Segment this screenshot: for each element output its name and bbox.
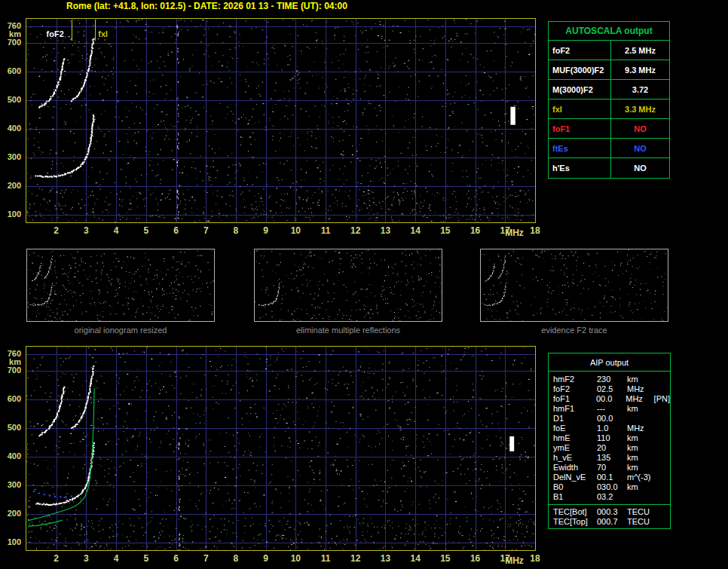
aip-param: foF2 <box>553 384 597 394</box>
aip-value: 000.7 <box>597 517 627 527</box>
y-axis-tick-label: 600 <box>2 394 21 403</box>
aip-row: hmF2230km <box>553 375 670 384</box>
annotation-label-foF2: foF2 <box>47 29 64 38</box>
aip-param: D1 <box>553 414 597 424</box>
aip-value: --- <box>597 404 627 414</box>
autoscala-output-table: AUTOSCALA output foF22.5 MHzMUF(3000)F29… <box>548 21 670 179</box>
thumbnail-original-canvas <box>27 249 214 321</box>
aip-param: hmE <box>553 433 597 443</box>
x-axis-tick-label: 2 <box>48 553 65 564</box>
autoscala-row: foF1NO <box>549 119 669 139</box>
aip-value: 000.3 <box>597 507 627 517</box>
autoscala-value: 9.3 MHz <box>611 60 669 79</box>
aip-output-table: AIP output hmF2230kmfoF202.5MHzfoF100.0M… <box>548 353 671 529</box>
x-axis-unit-label: MHz <box>505 228 522 238</box>
aip-row: DelN_vE00.1m^(-3) <box>553 473 670 482</box>
aip-row: B103.2 <box>553 492 670 502</box>
x-axis-tick-label: 7 <box>197 553 214 564</box>
aip-tec-rows: TEC[Bot]000.3TECUTEC[Top]000.7TECU <box>549 504 670 527</box>
autoscala-row: fxl3.3 MHz <box>549 99 669 119</box>
x-axis-tick-label: 15 <box>437 225 454 236</box>
top-ionogram-canvas <box>26 19 535 222</box>
aip-value: 135 <box>597 453 627 463</box>
aip-param: foE <box>553 424 597 433</box>
autoscala-param: ftEs <box>549 139 611 158</box>
y-axis-tick-label: 700 <box>2 38 21 47</box>
aip-extra <box>656 375 670 384</box>
x-axis-tick-label: 6 <box>168 553 185 564</box>
autoscala-app-window: Rome (lat: +41.8, lon: 012.5) - DATE: 20… <box>0 0 728 569</box>
aip-value: 03.2 <box>597 492 627 502</box>
aip-unit: km <box>627 453 656 463</box>
aip-unit: km <box>627 482 656 492</box>
y-axis-unit-label: km <box>2 29 21 38</box>
aip-param: B1 <box>553 492 597 502</box>
x-axis-tick-label: 11 <box>317 225 334 236</box>
autoscala-param: M(3000)F2 <box>549 80 611 99</box>
aip-param: h_vE <box>553 453 597 463</box>
autoscala-param: h'Es <box>549 158 611 178</box>
x-axis-tick-label: 4 <box>108 553 124 564</box>
aip-extra <box>656 404 670 414</box>
y-axis-tick-label: 100 <box>2 537 21 546</box>
thumbnail-multiple-reflections <box>254 249 442 322</box>
autoscala-value: NO <box>611 139 669 158</box>
aip-extra <box>656 443 670 453</box>
x-axis-tick-label: 13 <box>377 225 393 236</box>
x-axis-tick-label: 8 <box>228 225 244 236</box>
thumbnail-f2-canvas <box>481 249 668 321</box>
aip-row: foF202.5MHz <box>553 384 670 394</box>
aip-table-header: AIP output <box>549 353 670 372</box>
station-date-time-title: Rome (lat: +41.8, lon: 012.5) - DATE: 20… <box>66 1 347 11</box>
aip-value: 030.0 <box>597 482 627 492</box>
aip-param: TEC[Bot] <box>553 507 597 517</box>
x-axis-unit-label: MHz <box>505 555 522 566</box>
x-axis-tick-label: 8 <box>228 553 244 564</box>
aip-row: Ewidth70km <box>553 463 670 473</box>
aip-extra <box>656 463 670 473</box>
aip-row: TEC[Top]000.7TECU <box>553 517 670 527</box>
x-axis-tick-label: 11 <box>317 553 334 564</box>
aip-table-rows: hmF2230kmfoF202.5MHzfoF100.0MHz[PN]hmF1-… <box>549 372 670 502</box>
aip-param: hmF1 <box>553 404 597 414</box>
x-axis-tick-label: 18 <box>527 553 543 564</box>
thumbnail-f2-trace <box>480 249 668 322</box>
autoscala-param: foF1 <box>549 119 611 138</box>
aip-extra <box>656 517 670 527</box>
aip-extra <box>656 433 670 443</box>
x-axis-tick-label: 9 <box>258 553 274 564</box>
autoscala-row: MUF(3000)F29.3 MHz <box>549 60 669 80</box>
aip-extra <box>656 492 670 502</box>
x-axis-tick-label: 14 <box>407 553 424 564</box>
autoscala-row: foF22.5 MHz <box>549 41 669 60</box>
thumbnail-reflections-canvas <box>255 249 442 321</box>
x-axis-tick-label: 7 <box>197 225 214 236</box>
aip-row: B0030.0km <box>553 482 670 492</box>
aip-value: 70 <box>597 463 627 473</box>
aip-extra <box>656 482 670 492</box>
y-axis-tick-label: 400 <box>2 124 21 133</box>
autoscala-row: h'EsNO <box>549 158 669 178</box>
aip-extra <box>656 414 670 424</box>
x-axis-tick-label: 3 <box>78 553 94 564</box>
x-axis-tick-label: 6 <box>168 225 185 236</box>
autoscala-param: fxl <box>549 99 611 118</box>
y-axis-tick-label: 700 <box>2 366 21 375</box>
aip-extra <box>656 424 670 433</box>
y-axis-tick-label: 400 <box>2 451 21 460</box>
aip-row: TEC[Bot]000.3TECU <box>553 507 670 517</box>
aip-value: 1.0 <box>597 424 627 433</box>
x-axis-tick-label: 10 <box>287 225 304 236</box>
y-axis-tick-label: 760 <box>2 349 21 358</box>
autoscala-row: M(3000)F23.72 <box>549 80 669 99</box>
x-axis-tick-label: 15 <box>437 553 454 564</box>
x-axis-tick-label: 12 <box>347 553 364 564</box>
thumbnail-caption-reflections: eliminate multiple reflections <box>254 326 442 335</box>
aip-param: ymE <box>553 443 597 453</box>
autoscala-table-rows: foF22.5 MHzMUF(3000)F29.3 MHzM(3000)F23.… <box>549 41 669 178</box>
aip-extra <box>656 453 670 463</box>
aip-value: 110 <box>597 433 627 443</box>
aip-extra <box>656 473 670 482</box>
thumbnail-caption-original: original ionogram resized <box>26 326 215 335</box>
annotation-line-fxl <box>95 20 96 41</box>
